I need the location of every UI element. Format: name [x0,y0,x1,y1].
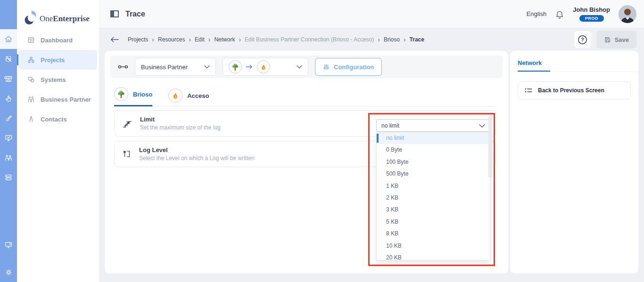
rail-item-settings[interactable] [0,262,17,282]
user-avatar[interactable] [619,5,636,23]
connection-type-select[interactable]: Business Partner [135,58,216,76]
breadcrumb-item[interactable]: Network [214,36,235,43]
rail-item-home[interactable] [0,29,17,49]
sidebar-item-label: Dashboard [41,37,73,44]
brand-name: OneEnterprise [40,14,90,26]
breadcrumb-separator-icon: › [189,36,191,43]
setting-description: Select the Level on which a Log will be … [139,155,255,161]
setting-description: Set the maximum size of the log [140,124,221,131]
save-button-label: Save [615,36,629,43]
back-arrow-icon[interactable] [110,36,119,43]
breadcrumb-items: Projects›Resources›Edit›Network›Edit Bus… [128,36,424,43]
sidebar-item-label: Systems [41,76,66,83]
network-panel: Network Back to Previous Screen [510,51,638,274]
limit-select[interactable]: no limit [376,119,490,132]
limit-option[interactable]: 100 Byte [377,156,490,168]
endpoint-tabs: Brioso Acceso [114,85,496,106]
environment-badge: PROD [579,15,604,22]
breadcrumb-separator-icon: › [152,36,154,43]
tab-acceso[interactable]: Acceso [168,89,209,106]
breadcrumb-item[interactable]: Projects [128,36,148,43]
systems-icon [27,76,35,83]
connection-endpoints-select[interactable] [223,58,308,76]
tab-network[interactable]: Network [518,59,550,72]
sidebar-item-label: Business Partner [41,96,91,103]
breadcrumb-item[interactable]: Trace [410,36,424,43]
notifications-bell-icon[interactable] [555,9,564,19]
breadcrumb-separator-icon: › [378,36,380,43]
dropdown-scrollbar[interactable] [488,116,492,178]
sidebar-item-dashboard[interactable]: Dashboard [19,30,97,50]
user-name: John Bishop [573,6,610,13]
user-menu[interactable]: John Bishop PROD [573,6,610,22]
tab-brioso[interactable]: Brioso [114,87,152,106]
limit-option[interactable]: 10 KB [377,240,490,252]
limit-option[interactable]: 2 KB [377,192,490,204]
log-level-icon [122,149,132,159]
sidebar-item-contacts[interactable]: Contacts [19,109,97,129]
rail-item-hand-pointer[interactable] [0,89,17,108]
limit-option[interactable]: 20 KB [377,252,490,260]
breadcrumb-separator-icon: › [404,36,406,43]
connection-arrow-icon [246,64,253,69]
limit-option[interactable]: 500 Byte [377,168,490,180]
rail-item-store[interactable] [0,69,17,89]
save-floppy-icon [604,36,611,43]
chevron-down-icon [297,65,302,69]
flame-icon [168,89,182,103]
rail-item-users-sync[interactable] [0,49,17,69]
link-icon [118,64,128,70]
monitor-apps-icon [4,241,13,249]
sidebar-item-label: Contacts [41,116,67,123]
rail-item-monitor-check[interactable] [0,128,17,148]
limit-option[interactable]: 1 KB [377,180,490,192]
limit-option[interactable]: 8 KB [377,228,490,240]
sidebar-item-projects[interactable]: Projects [19,50,97,70]
brand-logo[interactable]: OneEnterprise [17,0,99,29]
rail-item-server[interactable] [0,168,17,187]
store-icon [4,74,13,83]
sidebar-collapse-icon[interactable] [110,10,119,17]
connection-toolbar: Business Partner Configuration [110,56,503,78]
org-chart-icon [27,56,35,64]
breadcrumb-separator-icon: › [208,36,211,43]
paint-brush-icon [5,114,13,122]
top-header: Trace English John Bishop PROD [99,0,644,28]
limit-steps-icon [122,118,132,129]
breadcrumb-row: Projects›Resources›Edit›Network›Edit Bus… [99,28,644,51]
limit-option[interactable]: 3 KB [377,204,490,216]
save-button[interactable]: Save [596,31,636,48]
limit-option[interactable]: 0 Byte [377,144,490,156]
configuration-button[interactable]: Configuration [315,58,382,76]
menu-list: Dashboard Projects Systems Business Part… [17,30,99,129]
sidebar-menu: OneEnterprise Dashboard Projects Systems… [17,0,99,282]
sidebar-item-systems[interactable]: Systems [19,70,97,89]
tab-label: Acceso [187,92,209,99]
language-selector[interactable]: English [527,10,547,17]
team-icon [4,153,13,162]
page-title: Trace [125,10,145,18]
setting-title: Log Level [139,146,255,153]
limit-option[interactable]: 5 KB [377,216,490,228]
help-button[interactable]: ? [574,31,592,48]
tab-label: Brioso [133,91,152,98]
back-button-label: Back to Previous Screen [538,87,604,94]
brand-logo-mark-icon [24,9,39,26]
icon-rail [0,0,17,282]
business-partner-icon [27,96,35,103]
rail-item-paint-brush[interactable] [0,108,17,128]
rail-item-team[interactable] [0,148,17,168]
back-to-previous-screen-button[interactable]: Back to Previous Screen [518,81,631,99]
breadcrumb-separator-icon: › [239,36,241,43]
breadcrumb-item[interactable]: Edit [195,36,205,43]
list-icon [525,87,532,94]
breadcrumb-item[interactable]: Edit Business Partner Connection (Brioso… [245,36,374,43]
tree-icon [114,87,128,101]
rail-item-monitor-apps[interactable] [0,235,17,255]
limit-option[interactable]: no limit [377,132,490,144]
svg-text:?: ? [581,37,584,42]
breadcrumb-item[interactable]: Resources [158,36,185,43]
sidebar-item-business-partner[interactable]: Business Partner [19,89,97,109]
highlight-box: no limit no limit0 Byte100 Byte500 Byte1… [368,113,495,266]
breadcrumb-item[interactable]: Brioso [384,36,400,43]
